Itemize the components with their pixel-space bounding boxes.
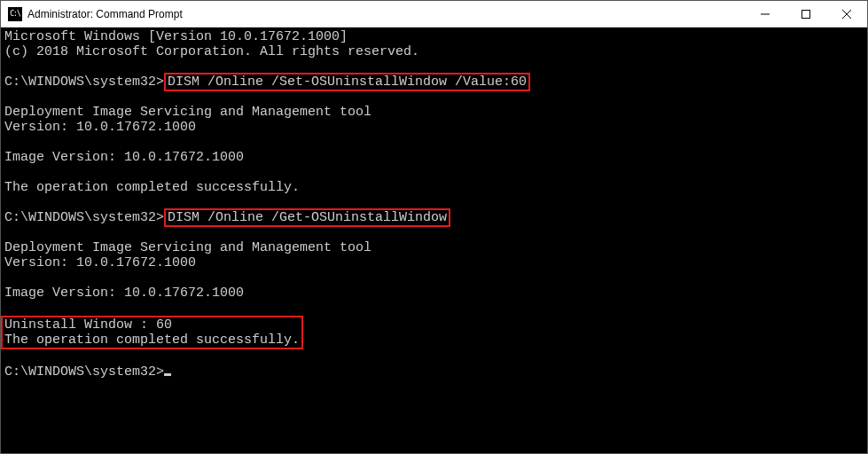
highlight-box-result: Uninstall Window : 60 The operation comp… <box>1 316 303 349</box>
dism-tool-name: Deployment Image Servicing and Managemen… <box>4 105 371 120</box>
dism-tool-name: Deployment Image Servicing and Managemen… <box>4 240 371 255</box>
prompt: C:\WINDOWS\system32> <box>4 210 164 225</box>
title-bar[interactable]: C:\ Administrator: Command Prompt <box>1 1 867 27</box>
minimize-button[interactable] <box>745 1 786 27</box>
highlight-box-cmd2: DISM /Online /Get-OSUninstallWindow <box>164 208 450 227</box>
success-message-2: The operation completed successfully. <box>4 333 300 348</box>
svg-rect-0 <box>802 10 810 18</box>
success-message-1: The operation completed successfully. <box>4 180 300 195</box>
dism-version: Version: 10.0.17672.1000 <box>4 120 196 135</box>
dism-version: Version: 10.0.17672.1000 <box>4 255 196 270</box>
highlight-box-cmd1: DISM /Online /Set-OSUninstallWindow /Val… <box>164 73 530 91</box>
close-icon <box>842 10 851 19</box>
image-version: Image Version: 10.0.17672.1000 <box>4 150 244 165</box>
command-2: DISM /Online /Get-OSUninstallWindow <box>168 210 447 225</box>
maximize-icon <box>802 10 810 19</box>
cmd-icon: C:\ <box>8 7 22 21</box>
maximize-button[interactable] <box>786 1 826 27</box>
prompt: C:\WINDOWS\system32> <box>4 74 164 90</box>
uninstall-window-value: Uninstall Window : 60 <box>4 317 172 333</box>
command-1: DISM /Online /Set-OSUninstallWindow /Val… <box>168 74 527 90</box>
image-version: Image Version: 10.0.17672.1000 <box>4 286 244 301</box>
minimize-icon <box>761 10 770 19</box>
prompt: C:\WINDOWS\system32> <box>4 364 164 380</box>
terminal-output[interactable]: Microsoft Windows [Version 10.0.17672.10… <box>1 27 867 453</box>
close-button[interactable] <box>826 1 867 27</box>
cursor <box>164 373 171 376</box>
window-title: Administrator: Command Prompt <box>27 8 183 20</box>
copyright-line: (c) 2018 Microsoft Corporation. All righ… <box>4 44 419 59</box>
os-version-line: Microsoft Windows [Version 10.0.17672.10… <box>4 29 348 44</box>
command-prompt-window: C:\ Administrator: Command Prompt Micros… <box>0 0 868 454</box>
